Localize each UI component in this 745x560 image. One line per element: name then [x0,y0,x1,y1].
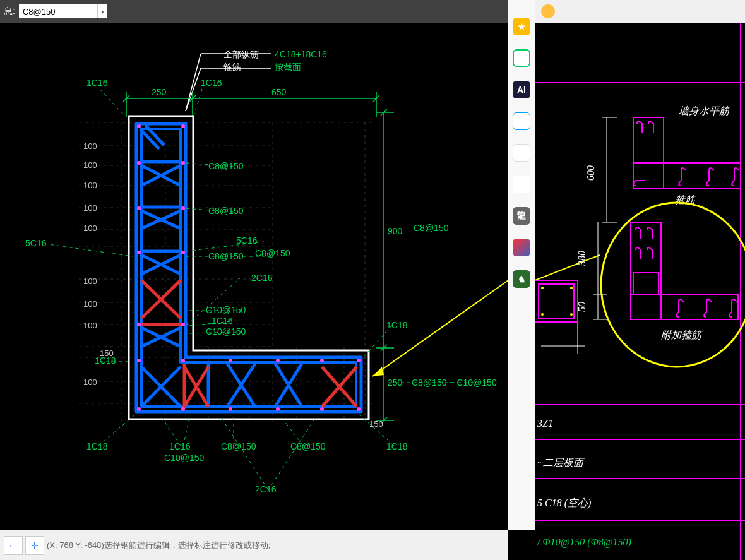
right-panel: 墙身水平筋 箍筋 600 附加箍筋 [535,0,745,560]
c1-18-bl: 1C18 [86,441,108,451]
svg-text:100: 100 [83,203,97,213]
c1-16-tl: 1C16 [86,78,108,88]
svg-line-85 [100,89,126,117]
id-label: 3Z1 [537,418,553,429]
c2-16-b: 2C16 [255,484,277,494]
svg-line-104 [221,417,268,490]
icon-sidebar: ★ ◔ AI G C ❀ 龍 ♞ [508,0,535,530]
svg-rect-140 [535,280,578,322]
c10-150-n: C10@150 [206,326,246,337]
c10-150-b: C10@150 [164,453,204,463]
svg-point-66 [181,161,185,165]
clock-icon[interactable]: ◔ [513,49,530,67]
svg-point-64 [181,124,185,128]
c8-150-a: C8@150 [208,161,244,171]
layer-label: ~二层板面 [537,457,585,468]
eagle-icon[interactable]: ♞ [513,270,530,288]
c8-150-b2: C8@150 [290,441,326,451]
svg-point-144 [541,313,544,316]
input-label: 息: [4,6,15,17]
tool-snap-icon[interactable]: ✛ [25,536,44,555]
input-dropdown-icon[interactable]: ▾ [97,4,107,18]
svg-text:100: 100 [83,378,97,387]
svg-point-70 [181,251,185,254]
status-msg: 选择钢筋进行编辑，选择标注进行修改或移动; [104,540,271,551]
svg-point-65 [137,161,141,165]
rebar2-label: / Φ10@150 (Φ8@150) [537,537,631,548]
svg-point-67 [137,206,141,210]
svg-text:100: 100 [83,223,97,233]
long-icon[interactable]: 龍 [513,207,530,225]
c8-150-b1: C8@150 [221,441,256,451]
c1-16-b1: 1C16 [169,441,191,451]
c1-18-br: 1C18 [386,441,408,451]
ball-icon[interactable] [513,239,530,256]
svg-point-83 [320,407,324,411]
svg-text:100: 100 [83,299,97,309]
dim-600: 600 [585,165,596,181]
svg-point-80 [357,359,361,362]
svg-point-84 [357,407,361,411]
ai-icon[interactable]: AI [513,81,530,98]
annotation-arrow-r [535,255,600,280]
c5-16-l: 5C16 [25,238,47,248]
tool-ortho-icon[interactable]: ⌙ [4,536,23,555]
svg-point-73 [137,359,141,362]
svg-line-105 [268,417,316,490]
svg-point-68 [181,206,185,210]
c10-150-m: C10@150 [206,305,246,315]
app-g-icon[interactable]: G [513,112,530,130]
app-c-icon[interactable]: C [513,144,530,162]
svg-text:100: 100 [83,321,97,330]
svg-rect-127 [633,117,664,188]
stirrup-value: 按截面 [275,62,301,72]
c1-18-r: 1C18 [386,320,408,330]
svg-point-143 [570,287,573,289]
svg-text:100: 100 [83,181,97,190]
all-rebar-value: 4C18+18C16 [275,49,327,59]
star-icon[interactable]: ★ [513,18,530,35]
top-bar: 息: ▾ [0,0,508,23]
dim-650: 650 [271,87,287,97]
c2-16-m: 2C16 [251,273,273,283]
svg-rect-141 [539,284,574,318]
dim-900: 900 [388,226,403,236]
svg-point-78 [276,359,280,362]
svg-text:150: 150 [100,349,114,358]
svg-point-72 [181,323,185,326]
app-logo-icon [541,4,555,18]
all-rebar-label: 全部纵筋 [224,49,259,59]
c8-150-b: C8@150 [208,206,244,216]
right-reference-canvas[interactable]: 墙身水平筋 箍筋 600 附加箍筋 [535,23,745,560]
rebar1-label: 5 C18 (空心) [537,497,591,509]
svg-line-25 [186,68,201,111]
main-cad-canvas[interactable]: 全部纵筋 4C18+18C16 箍筋 按截面 250 650 900 250 1… [0,23,508,530]
rebar-input[interactable] [19,4,97,18]
svg-point-81 [229,407,232,411]
dim-250: 250 [152,87,167,97]
dim-r250: 250 [388,378,403,388]
svg-text:150: 150 [369,419,383,429]
svg-point-77 [229,359,232,362]
svg-text:100: 100 [83,160,97,170]
c1-16-tr: 1C16 [201,78,222,88]
svg-point-82 [276,407,280,411]
svg-text:100: 100 [83,141,97,151]
svg-point-63 [137,124,141,128]
dim-380: 380 [576,251,587,266]
svg-point-76 [181,407,185,411]
svg-rect-126 [633,163,741,188]
c1-16-m: 1C16 [212,316,233,326]
annotation-ellipse [601,203,745,367]
svg-marker-119 [372,367,384,376]
svg-point-79 [320,359,324,362]
wall-horiz-label: 墙身水平筋 [679,105,731,116]
svg-point-145 [570,313,573,316]
paw-icon[interactable]: ❀ [513,176,530,193]
c5-16-m: 5C16 [236,235,258,246]
svg-point-71 [137,323,141,326]
c8-150-d: C8@150 [255,248,290,258]
svg-line-26 [186,54,201,111]
svg-rect-133 [633,273,659,294]
svg-point-74 [181,359,185,362]
